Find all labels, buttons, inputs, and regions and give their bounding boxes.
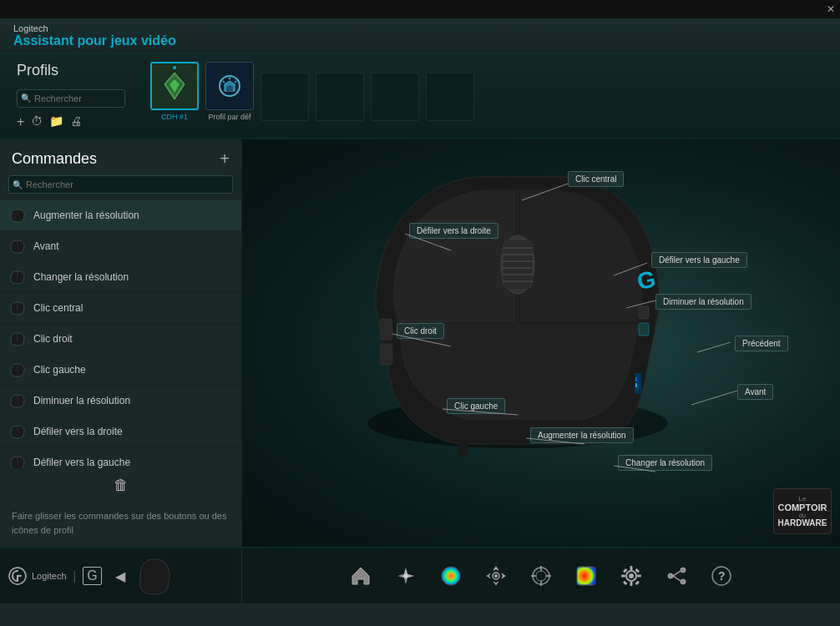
profile-slot-6[interactable] (426, 73, 474, 121)
nav-lighting-button[interactable] (436, 561, 466, 591)
mouse-small-icon (8, 330, 27, 348)
delete-button[interactable]: 🗑 (114, 477, 129, 494)
logitech-text: Logitech (32, 571, 67, 581)
profiles-search-input[interactable] (17, 89, 125, 108)
logitech-logo: Logitech | G (8, 567, 102, 585)
svg-rect-61 (621, 575, 625, 578)
logitech-icon (8, 567, 27, 585)
mouse-small-icon (8, 361, 27, 379)
svg-point-67 (681, 568, 686, 573)
nav-help-button[interactable]: ? (706, 561, 736, 591)
mouse-visualization: G Clic central Défiler vers la droite Dé… (242, 139, 840, 547)
command-item[interactable]: Défiler vers la droite (0, 416, 241, 447)
command-item[interactable]: Clic central (0, 293, 241, 324)
commands-add-button[interactable]: + (220, 149, 230, 169)
brand: Logitech Assistant pour jeux vidéo (13, 23, 176, 48)
bottom-bar: Logitech | G ◀ (0, 547, 840, 603)
profile-slot-1[interactable]: CDH #1 (150, 62, 199, 121)
watermark: Le COMPTOIR du HARDWARE (773, 488, 832, 534)
nav-heatmap-button[interactable] (571, 561, 601, 591)
svg-line-6 (223, 81, 225, 83)
brand-subtitle: Assistant pour jeux vidéo (13, 33, 176, 48)
svg-line-36 (614, 263, 647, 275)
svg-rect-62 (637, 575, 641, 578)
profiles-folder-btn[interactable]: 📁 (49, 114, 63, 129)
profiles-title: Profils (17, 62, 125, 79)
delete-area: 🗑 (0, 468, 241, 502)
svg-line-38 (392, 334, 451, 346)
svg-line-39 (697, 342, 731, 352)
svg-rect-26 (380, 319, 392, 340)
svg-rect-31 (635, 377, 637, 381)
label-defiler-gauche-text: Défiler vers la gauche (651, 252, 747, 268)
svg-line-41 (443, 409, 518, 415)
nav-share-button[interactable] (661, 561, 691, 591)
command-item[interactable]: Clic gauche (0, 355, 241, 386)
svg-point-69 (668, 573, 673, 578)
commands-search-input[interactable] (8, 175, 233, 194)
commands-title: Commandes (12, 150, 97, 168)
command-label: Diminuer la résolution (33, 395, 130, 406)
command-item[interactable]: Diminuer la résolution (0, 386, 241, 416)
profile-slots: CDH #1 Profil par déf (150, 62, 474, 121)
mouse-small-icon (8, 453, 27, 468)
svg-point-49 (494, 574, 498, 578)
command-label: Clic droit (33, 333, 73, 345)
profiles-print-btn[interactable]: 🖨 (70, 114, 82, 129)
left-panel: Commandes + 🔍 Augmenter la résolution Av… (0, 139, 242, 547)
nav-home-button[interactable] (346, 561, 376, 591)
app-header: Logitech Assistant pour jeux vidéo (0, 18, 840, 53)
nav-dpi-button[interactable] (481, 561, 511, 591)
svg-point-47 (442, 567, 460, 585)
command-item[interactable]: Clic droit (0, 324, 241, 355)
command-item[interactable]: Défiler vers la gauche (0, 447, 241, 468)
command-label: Défiler vers la droite (33, 426, 123, 437)
profile-slot-5[interactable] (371, 73, 419, 121)
command-label: Défiler vers la gauche (33, 457, 130, 468)
profile-slot-3[interactable] (261, 73, 309, 121)
nav-settings-button[interactable] (616, 561, 646, 591)
svg-rect-65 (623, 580, 628, 585)
svg-point-51 (536, 571, 546, 581)
svg-rect-32 (635, 383, 637, 387)
mouse-small-icon (8, 268, 27, 286)
svg-line-37 (626, 300, 655, 308)
svg-point-46 (403, 573, 408, 578)
mouse-small-icon (8, 206, 27, 225)
nav-effects-button[interactable] (391, 561, 421, 591)
command-label: Avant (33, 240, 58, 252)
svg-rect-27 (380, 344, 392, 365)
profile-slot-4[interactable] (316, 73, 364, 121)
command-label: Changer la résolution (33, 271, 129, 283)
command-item[interactable]: Avant (0, 231, 241, 262)
svg-line-71 (673, 576, 681, 581)
nav-back-button[interactable]: ◀ (115, 568, 125, 584)
label-precedent-text: Précédent (735, 336, 788, 351)
svg-line-42 (526, 438, 584, 444)
mouse-small-icon (8, 237, 27, 255)
command-label: Clic central (33, 302, 83, 314)
svg-text:?: ? (718, 569, 726, 583)
bottom-left-area: Logitech | G ◀ (0, 548, 242, 603)
bottom-nav: ? (242, 561, 840, 591)
profiles-history-btn[interactable]: ⏱ (31, 114, 43, 129)
command-label: Augmenter la résolution (33, 210, 139, 221)
commands-search-icon: 🔍 (13, 180, 23, 189)
close-button[interactable]: ✕ (827, 3, 835, 15)
command-item[interactable]: Augmenter la résolution (0, 200, 241, 231)
commands-search-wrapper: 🔍 (8, 175, 233, 194)
svg-rect-56 (577, 567, 595, 585)
profile-slot-2[interactable]: Profil par déf (205, 62, 254, 121)
svg-line-35 (405, 234, 451, 250)
command-label: Clic gauche (33, 364, 86, 376)
command-item[interactable]: Changer la résolution (0, 262, 241, 293)
svg-line-70 (673, 571, 681, 576)
brand-name: Logitech (13, 23, 176, 33)
mouse-small-icon (8, 391, 27, 410)
nav-crosshair-button[interactable] (526, 561, 556, 591)
drag-hint: Faire glisser les commandes sur des bout… (0, 502, 241, 547)
profiles-add-btn[interactable]: + (17, 114, 24, 129)
title-bar: ✕ (0, 0, 840, 18)
label-clic-central-text: Clic central (568, 171, 624, 187)
svg-rect-59 (630, 566, 633, 570)
